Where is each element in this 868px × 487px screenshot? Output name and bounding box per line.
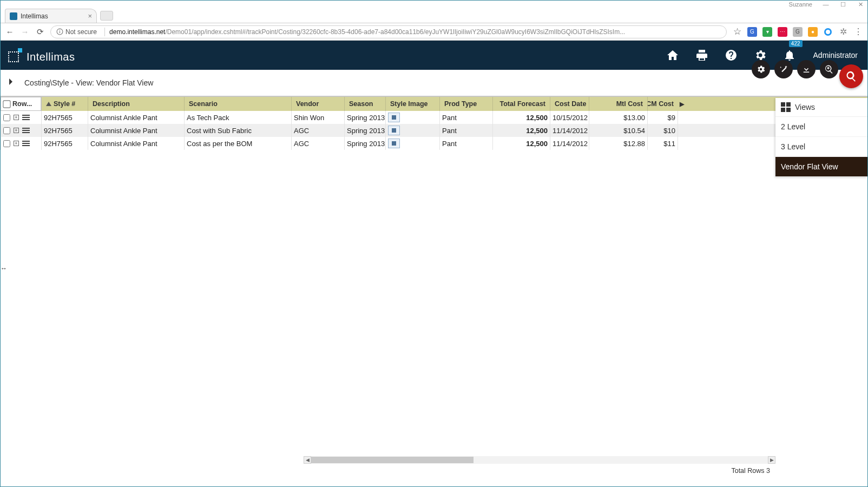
- table-row[interactable]: +92H7565Columnist Ankle PantAs Tech Pack…: [1, 111, 867, 124]
- browser-reload-button[interactable]: ⟳: [35, 27, 45, 37]
- cell-mtl-cost[interactable]: $12.88: [589, 137, 648, 150]
- table-row[interactable]: +92H7565Columnist Ankle PantCost with Su…: [1, 124, 867, 137]
- views-item[interactable]: 2 Level: [775, 117, 867, 137]
- cell-mtl-cost[interactable]: $10.54: [589, 124, 648, 137]
- row-checkbox[interactable]: [3, 127, 10, 134]
- col-header-scenario[interactable]: Scenario: [185, 97, 292, 111]
- cell-total-forecast[interactable]: 12,500: [493, 137, 550, 150]
- image-preview-button[interactable]: [388, 126, 400, 135]
- configure-button[interactable]: [752, 60, 770, 78]
- row-menu-button[interactable]: [22, 141, 30, 146]
- user-menu[interactable]: Administrator: [813, 51, 858, 60]
- scroll-right-button[interactable]: ▶: [768, 456, 775, 464]
- scroll-track[interactable]: [311, 456, 768, 464]
- cell-total-forecast[interactable]: 12,500: [493, 124, 550, 137]
- cell-prod-type[interactable]: Pant: [440, 111, 493, 124]
- bookmark-star-icon[interactable]: ☆: [732, 27, 742, 37]
- col-header-season[interactable]: Season: [345, 97, 386, 111]
- col-header-cm-cost[interactable]: CM Cost: [648, 97, 678, 111]
- browser-forward-button[interactable]: →: [20, 27, 30, 36]
- search-button[interactable]: [839, 64, 863, 88]
- extension-icon[interactable]: ✲: [838, 27, 848, 37]
- cell-style[interactable]: 92H7565: [42, 124, 88, 137]
- help-button[interactable]: [724, 48, 739, 63]
- browser-back-button[interactable]: ←: [5, 27, 15, 36]
- scroll-left-button[interactable]: ◀: [304, 456, 311, 464]
- row-menu-button[interactable]: [22, 128, 30, 133]
- image-preview-button[interactable]: [388, 113, 400, 122]
- security-label: Not secure: [65, 28, 97, 36]
- extension-icon[interactable]: ▾: [762, 27, 772, 37]
- expand-row-button[interactable]: +: [14, 141, 19, 146]
- col-header-description[interactable]: Description: [88, 97, 185, 111]
- cell-season[interactable]: Spring 2013: [345, 137, 386, 150]
- col-header-cost-date[interactable]: Cost Date: [550, 97, 589, 111]
- scroll-right-indicator[interactable]: ▶: [678, 97, 686, 111]
- scroll-thumb[interactable]: [311, 457, 474, 463]
- cell-vendor[interactable]: AGC: [292, 124, 345, 137]
- col-header-vendor[interactable]: Vendor: [292, 97, 345, 111]
- cell-scenario[interactable]: Cost as per the BOM: [185, 137, 292, 150]
- cell-season[interactable]: Spring 2013: [345, 111, 386, 124]
- views-panel-header[interactable]: Views: [775, 98, 867, 117]
- extension-icon[interactable]: ⋯: [778, 27, 787, 37]
- cell-scenario[interactable]: Cost with Sub Fabric: [185, 124, 292, 137]
- security-indicator[interactable]: Not secure: [56, 28, 97, 36]
- cell-cost-date[interactable]: 10/15/2012: [550, 111, 589, 124]
- cell-description[interactable]: Columnist Ankle Pant: [88, 124, 185, 137]
- views-item[interactable]: 3 Level: [775, 137, 867, 157]
- cell-cost-date[interactable]: 11/14/2012: [550, 137, 589, 150]
- table-row[interactable]: +92H7565Columnist Ankle PantCost as per …: [1, 137, 867, 150]
- magic-wand-button[interactable]: [774, 60, 793, 78]
- col-header-mtl-cost[interactable]: Mtl Cost: [589, 97, 648, 111]
- address-bar[interactable]: Not secure demo.intellimas.net/Demo01/ap…: [50, 25, 727, 38]
- row-selector-header[interactable]: Row...: [1, 97, 41, 110]
- new-tab-button[interactable]: [100, 11, 113, 21]
- cell-vendor[interactable]: AGC: [292, 137, 345, 150]
- extension-icon[interactable]: ●: [808, 27, 818, 37]
- window-minimize-button[interactable]: —: [822, 1, 830, 8]
- window-close-button[interactable]: ✕: [857, 1, 864, 8]
- download-button[interactable]: [797, 60, 816, 78]
- app-logo[interactable]: Intellimas: [7, 47, 75, 63]
- window-maximize-button[interactable]: ☐: [839, 1, 847, 8]
- horizontal-scrollbar[interactable]: ◀ ▶: [304, 456, 775, 464]
- print-button[interactable]: [694, 48, 709, 63]
- row-checkbox[interactable]: [3, 140, 10, 147]
- extension-icon[interactable]: G: [747, 27, 757, 37]
- zoom-button[interactable]: [820, 60, 838, 78]
- extension-icon[interactable]: G: [793, 27, 803, 37]
- cell-cm-cost[interactable]: $9: [648, 111, 678, 124]
- col-header-total-forecast[interactable]: Total Forecast: [493, 97, 550, 111]
- cell-style[interactable]: 92H7565: [42, 137, 88, 150]
- col-header-style[interactable]: Style #: [42, 97, 88, 111]
- tab-close-button[interactable]: ×: [88, 12, 92, 19]
- cell-cm-cost[interactable]: $10: [648, 124, 678, 137]
- views-item[interactable]: Vendor Flat View: [775, 157, 867, 177]
- expand-panel-button[interactable]: [8, 78, 14, 88]
- cell-season[interactable]: Spring 2013: [345, 124, 386, 137]
- cell-description[interactable]: Columnist Ankle Pant: [88, 137, 185, 150]
- image-preview-button[interactable]: [388, 139, 400, 148]
- cell-scenario[interactable]: As Tech Pack: [185, 111, 292, 124]
- cell-style[interactable]: 92H7565: [42, 111, 88, 124]
- cell-cm-cost[interactable]: $11: [648, 137, 678, 150]
- cell-total-forecast[interactable]: 12,500: [493, 111, 550, 124]
- select-all-checkbox[interactable]: [3, 100, 10, 108]
- browser-tab[interactable]: Intellimas ×: [5, 9, 97, 23]
- cell-description[interactable]: Columnist Ankle Pant: [88, 111, 185, 124]
- cell-mtl-cost[interactable]: $13.00: [589, 111, 648, 124]
- col-header-prod-type[interactable]: Prod Type: [440, 97, 493, 111]
- extension-icon[interactable]: [823, 27, 833, 37]
- cell-prod-type[interactable]: Pant: [440, 137, 493, 150]
- cell-vendor[interactable]: Shin Won: [292, 111, 345, 124]
- home-button[interactable]: [665, 48, 680, 63]
- col-header-style-image[interactable]: Style Image: [386, 97, 440, 111]
- cell-cost-date[interactable]: 11/14/2012: [550, 124, 589, 137]
- row-checkbox[interactable]: [3, 114, 10, 121]
- expand-row-button[interactable]: +: [14, 128, 19, 133]
- row-menu-button[interactable]: [22, 115, 30, 120]
- cell-prod-type[interactable]: Pant: [440, 124, 493, 137]
- browser-menu-button[interactable]: ⋮: [853, 27, 863, 37]
- expand-row-button[interactable]: +: [14, 115, 19, 120]
